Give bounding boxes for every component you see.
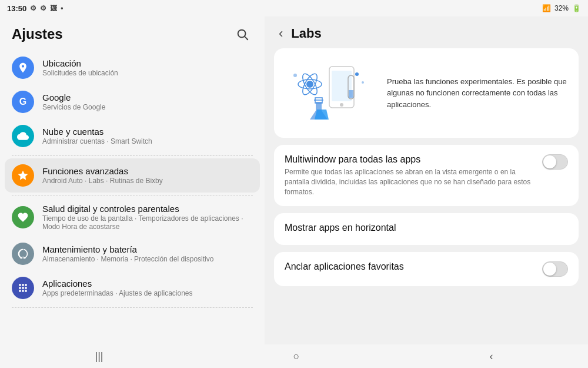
ubicacion-name: Ubicación: [42, 58, 253, 68]
aplicaciones-desc: Apps predeterminadas · Ajustes de aplica…: [42, 289, 253, 297]
image-icon: 🖼: [50, 4, 57, 12]
funciones-name: Funciones avanzadas: [42, 166, 253, 176]
google-icon: G: [12, 91, 34, 113]
divider-2: [12, 195, 253, 195]
funciones-icon: [12, 164, 34, 187]
battery-level: 32%: [554, 4, 569, 12]
mantenimiento-icon: [12, 243, 34, 265]
svg-line-1: [245, 37, 248, 39]
settings-icon: ⚙: [30, 4, 36, 12]
labs-title: Labs: [291, 26, 321, 41]
search-button[interactable]: [232, 24, 253, 45]
aplicaciones-text: Aplicaciones Apps predeterminadas · Ajus…: [42, 279, 253, 297]
settings-panel: Ajustes Ubicación Solicitudes de ubicaci…: [0, 16, 265, 344]
dot-icon: •: [61, 4, 63, 12]
hero-card: Prueba las funciones experimentales. Es …: [274, 48, 579, 138]
mantenimiento-desc: Almacenamiento · Memoria · Protección de…: [42, 255, 253, 263]
funciones-text: Funciones avanzadas Android Auto · Labs …: [42, 166, 253, 185]
aplicaciones-icon: [12, 277, 34, 299]
settings-item-ubicacion[interactable]: Ubicación Solicitudes de ubicación: [5, 51, 260, 85]
divider-1: [12, 155, 253, 156]
hero-description: Prueba las funciones experimentales. Es …: [387, 76, 569, 111]
labs-content: Prueba las funciones experimentales. Es …: [265, 48, 588, 296]
settings-item-google[interactable]: G Google Servicios de Google: [5, 85, 260, 119]
salud-name: Salud digital y controles parentales: [42, 204, 253, 214]
svg-point-15: [355, 72, 359, 76]
anclar-card: Anclar aplicaciones favoritas: [274, 252, 579, 286]
nube-text: Nube y cuentas Administrar cuentas · Sma…: [42, 127, 253, 145]
multiwindow-title: Multiwindow para todas las apps: [285, 154, 536, 165]
svg-point-5: [306, 81, 313, 88]
back-nav-button[interactable]: ‹: [477, 347, 505, 366]
multiwindow-row: Multiwindow para todas las apps Permite …: [285, 154, 568, 197]
salud-desc: Tiempo de uso de la pantalla · Temporiza…: [42, 214, 253, 231]
mantenimiento-text: Mantenimiento y batería Almacenamiento ·…: [42, 244, 253, 263]
multiwindow-card: Multiwindow para todas las apps Permite …: [274, 145, 579, 206]
battery-icon: 🔋: [572, 4, 581, 12]
anclar-toggle[interactable]: [542, 261, 568, 277]
svg-point-17: [293, 74, 297, 77]
nube-desc: Administrar cuentas · Smart Switch: [42, 137, 253, 145]
hero-illustration: [283, 58, 377, 128]
anclar-title: Anclar aplicaciones favoritas: [285, 261, 404, 272]
settings-header: Ajustes: [0, 16, 265, 51]
back-button[interactable]: ‹: [276, 24, 285, 44]
settings-title: Ajustes: [12, 26, 63, 42]
multiwindow-toggle[interactable]: [542, 154, 568, 170]
bottom-navigation: ||| ○ ‹: [0, 344, 588, 368]
svg-point-4: [340, 103, 343, 107]
mantenimiento-name: Mantenimiento y batería: [42, 244, 253, 254]
labs-panel: ‹ Labs: [265, 16, 588, 344]
salud-icon: [12, 206, 34, 228]
svg-rect-14: [349, 90, 353, 98]
status-left: 13:50 ⚙ ⚙ 🖼 •: [7, 4, 63, 13]
horizontal-card[interactable]: Mostrar apps en horizontal: [274, 213, 579, 245]
time-display: 13:50: [7, 4, 26, 13]
ubicacion-desc: Solicitudes de ubicación: [42, 69, 253, 77]
svg-point-16: [362, 81, 364, 84]
home-button[interactable]: ○: [282, 347, 312, 366]
divider-3: [12, 307, 253, 308]
settings-item-salud[interactable]: Salud digital y controles parentales Tie…: [5, 198, 260, 237]
multiwindow-text-block: Multiwindow para todas las apps Permite …: [285, 154, 536, 197]
settings-item-mantenimiento[interactable]: Mantenimiento y batería Almacenamiento ·…: [5, 237, 260, 271]
nube-icon: [12, 125, 34, 147]
settings-item-funciones[interactable]: Funciones avanzadas Android Auto · Labs …: [5, 158, 260, 193]
anclar-row: Anclar aplicaciones favoritas: [285, 261, 568, 277]
signal-icon: 📶: [542, 4, 551, 12]
settings-icon2: ⚙: [40, 4, 46, 12]
status-right: 📶 32% 🔋: [542, 4, 581, 12]
horizontal-title: Mostrar apps en horizontal: [285, 223, 396, 233]
settings-item-aplicaciones[interactable]: Aplicaciones Apps predeterminadas · Ajus…: [5, 271, 260, 305]
google-text: Google Servicios de Google: [42, 92, 253, 111]
horizontal-row: Mostrar apps en horizontal: [285, 223, 568, 236]
svg-marker-12: [315, 110, 329, 120]
ubicacion-text: Ubicación Solicitudes de ubicación: [42, 58, 253, 77]
settings-item-nube[interactable]: Nube y cuentas Administrar cuentas · Sma…: [5, 119, 260, 153]
funciones-desc: Android Auto · Labs · Rutinas de Bixby: [42, 177, 253, 185]
google-name: Google: [42, 92, 253, 102]
settings-list: Ubicación Solicitudes de ubicación G Goo…: [0, 51, 265, 308]
multiwindow-desc: Permite que todas las aplicaciones se ab…: [285, 167, 536, 197]
main-layout: Ajustes Ubicación Solicitudes de ubicaci…: [0, 16, 588, 344]
ubicacion-icon: [12, 57, 34, 79]
labs-header: ‹ Labs: [265, 16, 588, 48]
status-bar: 13:50 ⚙ ⚙ 🖼 • 📶 32% 🔋: [0, 0, 588, 16]
menu-button[interactable]: |||: [83, 347, 115, 366]
salud-text: Salud digital y controles parentales Tie…: [42, 204, 253, 231]
google-desc: Servicios de Google: [42, 103, 253, 111]
nube-name: Nube y cuentas: [42, 127, 253, 137]
aplicaciones-name: Aplicaciones: [42, 279, 253, 289]
